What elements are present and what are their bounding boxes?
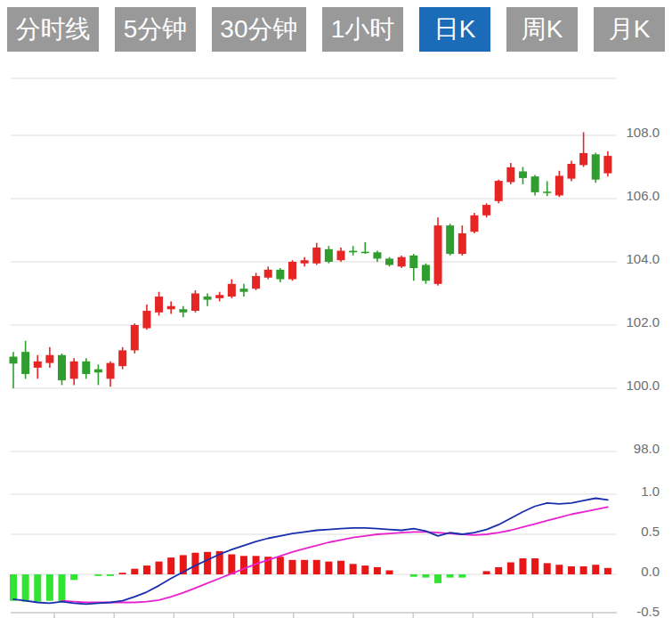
macd-hist-bar-negative — [107, 574, 114, 576]
macd-axis-label: 0.5 — [641, 524, 660, 539]
macd-hist-bar-negative — [70, 574, 77, 580]
macd-hist-bar-positive — [604, 568, 611, 574]
tab-button-3[interactable]: 30分钟 — [212, 7, 306, 52]
candle-down — [385, 258, 393, 264]
candle-down — [94, 370, 102, 373]
tab-button-7[interactable]: 月K — [594, 7, 665, 52]
candle-down — [373, 252, 381, 258]
candle-down — [58, 355, 66, 380]
macd-hist-bar-positive — [350, 564, 357, 574]
price-axis-label: 100.0 — [626, 378, 660, 393]
candle-up — [131, 325, 139, 350]
macd-hist-bar-positive — [325, 562, 332, 574]
macd-hist-bar-negative — [434, 574, 441, 583]
tab-button-4[interactable]: 1小时 — [322, 7, 403, 52]
macd-axis-label: -0.5 — [636, 604, 660, 618]
macd-hist-bar-positive — [386, 571, 393, 575]
candle-up — [482, 205, 490, 215]
candle-down — [204, 297, 212, 300]
macd-hist-bar-positive — [301, 560, 308, 574]
candle-up — [555, 175, 563, 195]
kline-chart: 108.0106.0104.0102.0100.098.01.00.50.0-0… — [0, 0, 672, 618]
candle-down — [519, 171, 527, 177]
candle-up — [252, 276, 260, 289]
macd-hist-bar-positive — [519, 558, 526, 574]
candle-up — [107, 363, 115, 379]
macd-hist-bar-negative — [10, 574, 17, 601]
macd-hist-bar-positive — [119, 573, 126, 574]
candle-down — [239, 289, 247, 292]
macd-hist-bar-positive — [544, 563, 551, 574]
macd-hist-bar-positive — [568, 566, 575, 574]
candle-up — [288, 262, 296, 280]
macd-hist-bar-negative — [59, 574, 66, 602]
macd-hist-bar-positive — [167, 557, 174, 574]
macd-hist-bar-negative — [447, 574, 454, 578]
candle-up — [470, 215, 478, 232]
macd-hist-bar-positive — [592, 565, 599, 574]
macd-hist-bar-positive — [337, 561, 344, 574]
tab-button-6[interactable]: 周K — [506, 7, 578, 52]
candle-up — [191, 294, 199, 312]
macd-hist-bar-positive — [313, 560, 320, 574]
macd-hist-bar-negative — [458, 574, 466, 578]
macd-hist-bar-positive — [483, 571, 490, 574]
candle-up — [567, 164, 575, 179]
candle-up — [155, 297, 163, 313]
macd-hist-bar-positive — [555, 565, 563, 574]
candle-up — [579, 153, 587, 165]
candle-down — [349, 251, 357, 253]
macd-axis-label: 1.0 — [641, 484, 660, 499]
macd-hist-bar-negative — [94, 574, 101, 576]
candle-up — [312, 248, 320, 264]
candle-down — [179, 309, 187, 313]
macd-hist-bar-positive — [277, 557, 284, 574]
candle-up — [142, 311, 150, 329]
candle-up — [301, 260, 309, 264]
macd-dea-line — [62, 507, 608, 602]
price-axis-label: 104.0 — [626, 251, 660, 266]
tab-button-2[interactable]: 5分钟 — [115, 7, 196, 52]
candle-down — [10, 357, 18, 364]
price-axis-label: 102.0 — [626, 314, 660, 329]
timeframe-tab-bar: 分时线5分钟30分钟1小时日K周K月K — [7, 7, 665, 52]
candle-up — [264, 270, 272, 278]
macd-hist-bar-negative — [410, 574, 417, 577]
macd-hist-bar-positive — [156, 562, 163, 574]
price-axis-label: 108.0 — [626, 125, 660, 140]
candle-down — [531, 176, 539, 192]
macd-hist-bar-positive — [361, 565, 368, 574]
macd-hist-bar-positive — [204, 552, 211, 574]
candle-up — [458, 233, 466, 254]
macd-hist-bar-negative — [34, 574, 41, 602]
macd-axis-label: 0.0 — [641, 564, 660, 579]
candle-down — [422, 265, 430, 281]
macd-hist-bar-positive — [228, 555, 235, 575]
candle-down — [592, 154, 600, 179]
candle-up — [34, 362, 42, 368]
candle-down — [21, 352, 29, 374]
candle-down — [325, 249, 333, 262]
candle-up — [603, 156, 611, 174]
candle-down — [276, 270, 284, 280]
candle-down — [409, 256, 417, 268]
tab-button-5-active[interactable]: 日K — [419, 7, 490, 52]
macd-dif-line — [13, 499, 608, 605]
macd-hist-bar-positive — [374, 567, 381, 574]
candle-down — [446, 225, 454, 254]
tab-button-1[interactable]: 分时线 — [7, 7, 99, 52]
candle-up — [118, 350, 126, 366]
macd-hist-bar-negative — [422, 574, 429, 578]
macd-hist-bar-positive — [495, 567, 502, 574]
macd-hist-bar-positive — [531, 558, 538, 574]
candle-up — [398, 257, 406, 267]
candle-up — [167, 306, 175, 310]
price-axis-label: 98.0 — [634, 441, 660, 456]
price-axis-label: 106.0 — [626, 188, 660, 203]
macd-hist-bar-negative — [46, 574, 53, 601]
candle-up — [337, 251, 345, 261]
candle-down — [543, 191, 551, 193]
macd-hist-bar-positive — [288, 560, 296, 574]
candle-up — [506, 167, 514, 183]
macd-hist-bar-positive — [580, 566, 587, 574]
